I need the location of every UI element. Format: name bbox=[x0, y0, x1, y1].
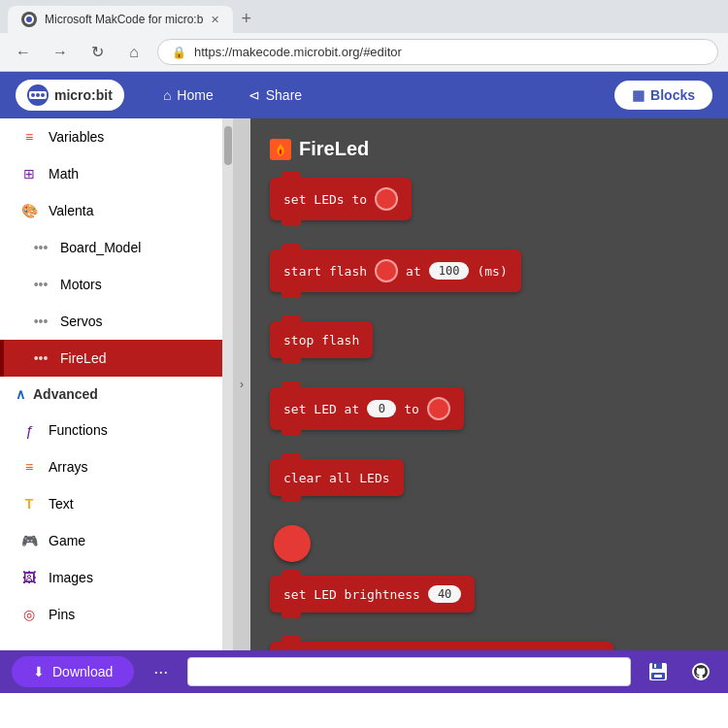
app-header: micro:bit ⌂ Home ⊲ Share ▦ Blocks bbox=[0, 72, 728, 118]
sidebar-item-label-valenta: Valenta bbox=[49, 203, 93, 218]
tab-close-button[interactable]: ✕ bbox=[211, 14, 219, 26]
block-set-led-text: set LED at bbox=[283, 402, 359, 416]
address-bar: ← → ↻ ⌂ 🔒 https://makecode.microbit.org/… bbox=[0, 33, 728, 72]
pins-icon: ◎ bbox=[19, 605, 39, 624]
blocks-label: Blocks bbox=[650, 87, 695, 103]
sidebar-item-motors[interactable]: ••• Motors bbox=[0, 266, 222, 303]
new-tab-button[interactable]: + bbox=[233, 5, 259, 33]
sidebar-item-math[interactable]: ⊞ Math bbox=[0, 155, 222, 192]
toggle-chevron-icon: › bbox=[240, 378, 244, 391]
sidebar-item-label-motors: Motors bbox=[60, 277, 102, 292]
text-icon: T bbox=[19, 494, 39, 513]
home-nav-button[interactable]: ⌂ Home bbox=[149, 82, 227, 109]
standalone-color-circle[interactable] bbox=[274, 525, 311, 562]
tab-title: Microsoft MakCode for micro:b bbox=[45, 13, 203, 26]
sidebar-item-servos[interactable]: ••• Servos bbox=[0, 303, 222, 340]
sidebar-item-board-model[interactable]: ••• Board_Model bbox=[0, 229, 222, 266]
color-circle-set-led[interactable] bbox=[427, 397, 450, 420]
sidebar-item-label-servos: Servos bbox=[60, 314, 103, 329]
forward-button[interactable]: → bbox=[47, 39, 74, 66]
home-nav-label: Home bbox=[177, 87, 213, 103]
sidebar-item-variables[interactable]: ≡ Variables bbox=[0, 118, 222, 155]
block-stop-flash[interactable]: stop flash bbox=[270, 321, 709, 372]
blocks-button[interactable]: ▦ Blocks bbox=[614, 81, 712, 110]
canvas-area: FireLed set LEDs to start flash at 100 (… bbox=[250, 118, 728, 650]
sidebar-item-text[interactable]: T Text bbox=[0, 485, 222, 522]
block-set-brightness[interactable]: set LED brightness 40 bbox=[270, 576, 709, 626]
header-nav: ⌂ Home ⊲ Share bbox=[149, 82, 315, 109]
block-led-value1[interactable]: 0 bbox=[367, 400, 396, 417]
svg-point-3 bbox=[31, 93, 35, 97]
sidebar-item-label-arrays: Arrays bbox=[49, 459, 87, 475]
block-stop-flash-text: stop flash bbox=[283, 333, 359, 347]
github-button[interactable] bbox=[685, 656, 716, 687]
block-clear-all-text: clear all LEDs bbox=[283, 471, 390, 485]
download-icon: ⬇ bbox=[33, 664, 45, 679]
sidebar-item-label-functions: Functions bbox=[49, 422, 108, 438]
refresh-button[interactable]: ↻ bbox=[83, 39, 111, 66]
svg-rect-10 bbox=[654, 675, 662, 678]
sidebar-item-images[interactable]: 🖼 Images bbox=[0, 559, 222, 596]
share-nav-label: Share bbox=[266, 87, 302, 103]
block-brightness-value[interactable]: 40 bbox=[428, 585, 461, 603]
sidebar: ≡ Variables ⊞ Math 🎨 Valenta ••• Board_M… bbox=[0, 118, 223, 650]
home-button[interactable]: ⌂ bbox=[120, 39, 148, 66]
board-model-icon: ••• bbox=[31, 238, 50, 257]
block-start-flash[interactable]: start flash at 100 (ms) bbox=[270, 249, 709, 306]
sidebar-item-label-fireled: FireLed bbox=[60, 350, 106, 366]
block-to-label: to bbox=[404, 402, 419, 416]
sidebar-item-arrays[interactable]: ≡ Arrays bbox=[0, 448, 222, 485]
search-input[interactable] bbox=[187, 657, 631, 686]
lock-icon: 🔒 bbox=[172, 46, 186, 59]
sidebar-item-label-advanced: Advanced bbox=[33, 386, 98, 402]
sidebar-item-label-math: Math bbox=[49, 166, 79, 182]
block-clear-all[interactable]: clear all LEDs bbox=[270, 459, 709, 510]
color-circle-set-leds[interactable] bbox=[375, 187, 398, 211]
color-circle-start-flash[interactable] bbox=[375, 259, 398, 282]
block-convert-color[interactable]: convert from red 0 green 0 blue 0 bbox=[270, 642, 709, 650]
canvas-fireled-icon bbox=[270, 139, 291, 160]
svg-point-5 bbox=[41, 93, 45, 97]
more-options-button[interactable]: ··· bbox=[146, 656, 176, 688]
sidebar-toggle[interactable]: › bbox=[233, 118, 250, 650]
save-button[interactable] bbox=[643, 656, 674, 687]
blocks-icon: ▦ bbox=[632, 87, 645, 103]
sidebar-item-label-text: Text bbox=[49, 496, 74, 512]
valenta-icon: 🎨 bbox=[19, 201, 39, 220]
logo-text: micro:bit bbox=[54, 87, 113, 103]
scroll-indicator[interactable] bbox=[223, 118, 233, 650]
svg-rect-8 bbox=[654, 664, 656, 668]
block-start-flash-text: start flash bbox=[283, 264, 367, 279]
download-label: Download bbox=[52, 664, 113, 679]
logo-icon bbox=[27, 84, 49, 106]
github-icon bbox=[688, 659, 713, 684]
sidebar-item-pins[interactable]: ◎ Pins bbox=[0, 596, 222, 633]
sidebar-item-label-board-model: Board_Model bbox=[60, 240, 141, 255]
arrays-icon: ≡ bbox=[19, 457, 39, 477]
tab-bar: Microsoft MakCode for micro:b ✕ + bbox=[0, 0, 728, 33]
servos-icon: ••• bbox=[31, 312, 50, 331]
block-flash-value[interactable]: 100 bbox=[429, 262, 470, 280]
footer: ⬇ Download ··· bbox=[0, 650, 728, 693]
browser-tab[interactable]: Microsoft MakCode for micro:b ✕ bbox=[8, 6, 233, 33]
floppy-disk-icon bbox=[645, 659, 671, 684]
share-nav-button[interactable]: ⊲ Share bbox=[235, 82, 315, 109]
sidebar-item-fireled[interactable]: ••• FireLed bbox=[0, 340, 222, 377]
fireled-icon: ••• bbox=[31, 348, 50, 368]
block-set-led-at[interactable]: set LED at 0 to bbox=[270, 387, 709, 444]
main-layout: ≡ Variables ⊞ Math 🎨 Valenta ••• Board_M… bbox=[0, 118, 728, 650]
block-brightness-text: set LED brightness bbox=[283, 587, 420, 602]
back-button[interactable]: ← bbox=[10, 39, 37, 66]
sidebar-item-label-variables: Variables bbox=[49, 129, 104, 145]
url-bar[interactable]: 🔒 https://makecode.microbit.org/#editor bbox=[157, 39, 718, 65]
sidebar-item-functions[interactable]: ƒ Functions bbox=[0, 412, 222, 448]
game-icon: 🎮 bbox=[19, 531, 39, 550]
block-set-leds[interactable]: set LEDs to bbox=[270, 178, 709, 234]
sidebar-section-advanced[interactable]: ∧ Advanced bbox=[0, 377, 222, 412]
sidebar-item-game[interactable]: 🎮 Game bbox=[0, 522, 222, 559]
download-button[interactable]: ⬇ Download bbox=[12, 656, 134, 687]
svg-point-1 bbox=[26, 17, 32, 22]
sidebar-item-valenta[interactable]: 🎨 Valenta bbox=[0, 192, 222, 229]
advanced-chevron-icon: ∧ bbox=[16, 386, 25, 402]
motors-icon: ••• bbox=[31, 275, 50, 294]
